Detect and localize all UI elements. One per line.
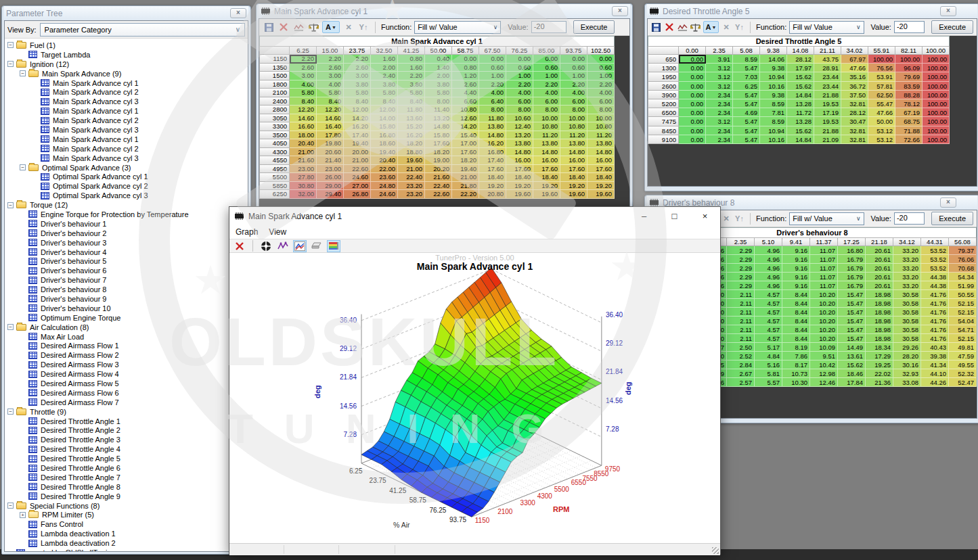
tree-item[interactable]: Driver's behaviour 8 — [7, 285, 248, 294]
table-cell[interactable]: 18.80 — [398, 148, 425, 157]
collapse-icon[interactable]: − — [7, 503, 14, 509]
tree-item[interactable]: Optimal Spark Advance cyl 2 — [7, 181, 248, 191]
table-cell[interactable]: 12.20 — [317, 106, 344, 114]
table-cell[interactable]: 10.00 — [560, 114, 587, 123]
table-cell[interactable]: 19.60 — [398, 156, 425, 165]
table-cell[interactable]: 52.15 — [949, 299, 977, 308]
tree-item[interactable]: Main Spark Advance cyl 2 — [7, 116, 248, 125]
table-cell[interactable]: 23.20 — [398, 190, 425, 199]
table-cell[interactable]: 0.00 — [506, 55, 533, 64]
table-cell[interactable]: 17.80 — [317, 131, 344, 140]
table-cell[interactable]: 44.26 — [921, 378, 949, 387]
table-cell[interactable]: 0.60 — [479, 64, 506, 72]
table-cell[interactable]: 16.80 — [371, 131, 398, 140]
table-cell[interactable]: 2.60 — [317, 64, 344, 72]
column-header[interactable]: 9.41 — [782, 237, 810, 246]
tree-item[interactable]: Desired Throttle Angle 1 — [7, 417, 248, 426]
table-cell[interactable]: 5.47 — [733, 135, 760, 144]
row-header[interactable]: 1950 — [648, 72, 679, 81]
tree-item[interactable]: Optimal Spark Advance cyl 3 — [7, 191, 248, 200]
tree-item[interactable]: Desired Throttle Angle 5 — [7, 454, 248, 463]
table-cell[interactable]: 2.11 — [727, 308, 755, 317]
table-cell[interactable]: 6.00 — [560, 97, 587, 106]
x-axis-icon[interactable]: ✕ — [721, 213, 732, 224]
table-cell[interactable]: 11.80 — [398, 106, 425, 114]
table-cell[interactable]: 20.61 — [866, 246, 893, 255]
table-cell[interactable]: 0.00 — [679, 72, 706, 81]
table-cell[interactable]: 2.29 — [727, 281, 755, 290]
table-cell[interactable]: 40.43 — [921, 343, 949, 352]
table-cell[interactable]: 83.59 — [895, 82, 923, 91]
table-cell[interactable]: 14.20 — [344, 114, 371, 123]
tree-item[interactable]: Main Spark Advance cyl 1 — [7, 135, 248, 144]
table-cell[interactable]: 2.29 — [727, 255, 755, 264]
column-header[interactable]: 21.11 — [814, 46, 841, 55]
row-header[interactable]: 1500 — [259, 72, 290, 80]
close-button[interactable]: × — [690, 207, 720, 225]
table-cell[interactable]: 17.60 — [452, 148, 479, 157]
y-axis-icon[interactable]: Y↑ — [734, 213, 744, 224]
column-header[interactable]: 76.25 — [506, 46, 533, 55]
table-cell[interactable]: 100.00 — [923, 55, 950, 64]
table-cell[interactable]: 10.20 — [810, 299, 838, 308]
table-cell[interactable]: 16.20 — [344, 122, 371, 131]
table-cell[interactable]: 15.47 — [838, 299, 866, 308]
tree-item[interactable]: Main Spark Advance cyl 1 — [7, 106, 248, 116]
table-cell[interactable]: 18.98 — [866, 299, 893, 308]
table-cell[interactable]: 20.80 — [479, 190, 506, 199]
table-cell[interactable]: 29.00 — [317, 182, 344, 191]
tree-item[interactable]: Main Spark Advance cyl 1 — [7, 78, 248, 88]
table-cell[interactable]: 13.20 — [425, 114, 452, 123]
table-cell[interactable]: 36.72 — [841, 82, 868, 91]
table-cell[interactable]: 5.80 — [425, 89, 452, 97]
graph-window-titlebar[interactable]: Main Spark Advance cyl 1 – □ × — [229, 207, 720, 225]
table-cell[interactable]: 53.12 — [868, 135, 895, 144]
collapse-icon[interactable]: − — [20, 164, 26, 170]
tree-item[interactable]: Lambda deactivation 2 — [7, 538, 248, 548]
view-by-select[interactable]: Parameter Category ∨ — [40, 23, 245, 37]
table-cell[interactable]: 32.00 — [290, 190, 317, 199]
table-cell[interactable]: 100.00 — [923, 64, 950, 72]
table-cell[interactable]: 18.98 — [866, 308, 893, 317]
collapse-icon[interactable]: − — [7, 409, 14, 415]
table-cell[interactable]: 16.20 — [479, 139, 506, 148]
row-header[interactable]: 8450 — [648, 126, 679, 135]
function-select[interactable]: Fill w/ Value∨ — [789, 21, 864, 34]
table-cell[interactable]: 16.20 — [398, 131, 425, 140]
table-cell[interactable]: 13.28 — [787, 99, 814, 108]
tree-item[interactable]: Desired Throttle Angle 3 — [7, 435, 248, 444]
table-cell[interactable]: 2.00 — [425, 72, 452, 80]
table-cell[interactable]: 18.40 — [479, 173, 506, 182]
table-cell[interactable]: 0.00 — [679, 99, 706, 108]
row-header[interactable]: 1350 — [259, 64, 290, 72]
table-cell[interactable]: 22.60 — [344, 165, 371, 174]
table-cell[interactable]: 5.47 — [733, 117, 760, 126]
table-cell[interactable]: 5.16 — [755, 360, 782, 369]
table-cell[interactable]: 6.00 — [533, 97, 560, 106]
table-cell[interactable]: 17.19 — [814, 108, 841, 117]
table-cell[interactable]: 14.06 — [760, 55, 787, 64]
tree-item[interactable]: Fans Control — [7, 519, 248, 529]
table-cell[interactable]: 17.60 — [560, 165, 587, 174]
table-cell[interactable]: 30.16 — [893, 360, 921, 369]
table-cell[interactable]: 11.80 — [479, 114, 506, 123]
table-cell[interactable]: 8.00 — [560, 106, 587, 114]
table-cell[interactable]: 9.38 — [760, 64, 787, 72]
eraser-icon[interactable] — [310, 240, 324, 252]
table-cell[interactable]: 24.60 — [371, 190, 398, 199]
table-cell[interactable]: 15.80 — [425, 131, 452, 140]
table-cell[interactable]: 29.26 — [893, 343, 921, 352]
line-graph-icon[interactable] — [276, 240, 290, 252]
table-cell[interactable]: 19.60 — [560, 190, 587, 199]
table-cell[interactable]: 0.00 — [679, 108, 706, 117]
table-cell[interactable]: 30.58 — [893, 290, 921, 299]
tree-item[interactable]: Desired Airmass Flow 2 — [7, 350, 248, 360]
table-cell[interactable]: 17.40 — [344, 131, 371, 140]
x-axis-icon[interactable]: ✕ — [721, 22, 732, 32]
table-cell[interactable]: 18.20 — [425, 148, 452, 157]
table-cell[interactable]: 4.00 — [479, 89, 506, 97]
table-cell[interactable]: 54.71 — [949, 325, 977, 334]
table-cell[interactable]: 17.29 — [866, 352, 893, 360]
table-cell[interactable]: 39.38 — [921, 352, 949, 360]
table-cell[interactable]: 0.60 — [533, 64, 560, 72]
